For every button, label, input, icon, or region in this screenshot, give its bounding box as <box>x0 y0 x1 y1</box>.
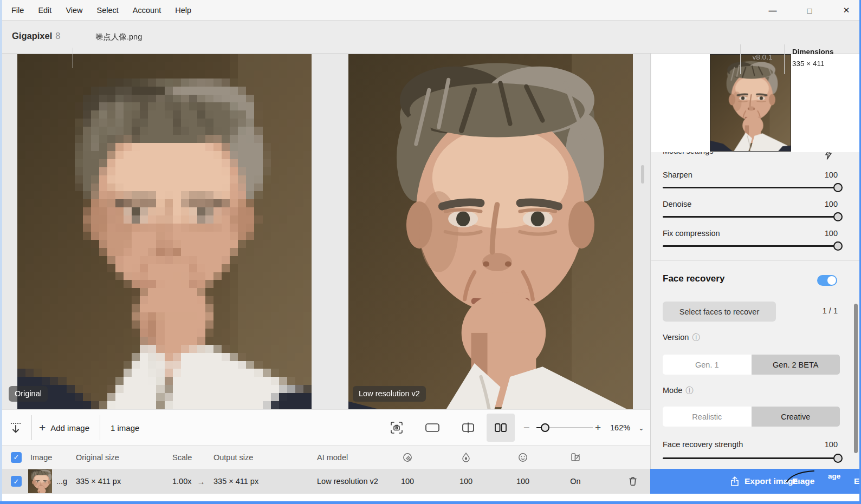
denoise-slider[interactable] <box>663 216 838 218</box>
app-logo: Gigapixel8 <box>12 31 60 41</box>
version-segmented-control: Gen. 1 Gen. 2 BETA <box>663 355 840 375</box>
window-controls: — □ ✕ <box>767 0 852 21</box>
color-adjust-column-icon <box>562 446 588 469</box>
processed-image-pane[interactable] <box>348 54 633 409</box>
header-ai-model: AI model <box>317 446 348 469</box>
divider <box>651 260 859 261</box>
app-version-text: v8.0.1 <box>743 53 781 61</box>
image-compare-area: Original Low resolution v2 <box>0 54 650 409</box>
version-gen2-option[interactable]: Gen. 2 BETA <box>752 355 840 375</box>
plus-icon: + <box>39 421 46 434</box>
zoom-slider-knob[interactable] <box>541 423 549 432</box>
zoom-out-button[interactable]: − <box>523 410 530 446</box>
snapshot-view-icon[interactable] <box>383 414 411 442</box>
face-strength-slider-knob[interactable] <box>833 454 843 463</box>
header-output-size: Output size <box>213 446 253 469</box>
settings-sidebar: Model settings Sharpen 100 Denoise 100 F… <box>650 54 859 469</box>
info-icon[interactable]: ⓘ <box>692 333 700 342</box>
row-original-size: 335 × 411 px <box>76 469 121 494</box>
row-checkbox[interactable]: ✓ <box>11 476 22 487</box>
image-list-header: ✓ Image Original size Scale Output size … <box>0 445 650 469</box>
image-list-row[interactable]: ✓ ...g 335 × 411 px 1.00x → 335 × 411 px… <box>0 469 650 494</box>
canvas-scrollbar[interactable] <box>641 165 644 184</box>
sharpen-slider[interactable] <box>663 187 838 188</box>
ghost-text: E <box>854 476 859 486</box>
mode-creative-option[interactable]: Creative <box>752 407 840 427</box>
delete-row-button[interactable] <box>622 469 644 494</box>
fix-compression-value: 100 <box>825 229 838 238</box>
face-recovery-column-icon <box>510 446 536 469</box>
divider <box>784 44 785 74</box>
close-button[interactable]: ✕ <box>840 5 852 15</box>
menu-file[interactable]: File <box>4 6 31 15</box>
sharpen-value: 100 <box>825 171 838 179</box>
mode-label-text: Mode <box>663 386 682 395</box>
menu-select[interactable]: Select <box>90 6 126 15</box>
row-filename: ...g <box>56 469 67 494</box>
navigator-thumbnail[interactable] <box>710 54 791 152</box>
app-name: Gigapixel <box>12 31 52 41</box>
header-original-size: Original size <box>76 446 119 469</box>
export-icon <box>730 476 739 487</box>
row-face-recovery-value[interactable]: 100 <box>510 469 536 494</box>
menu-view[interactable]: View <box>59 6 89 15</box>
ghost-text: age <box>828 472 840 480</box>
maximize-button[interactable]: □ <box>804 6 815 15</box>
row-thumbnail <box>28 469 52 493</box>
window-border-bottom <box>0 501 861 504</box>
bottom-toolbar: + Add image 1 image − + 162% ⌄ <box>0 409 650 445</box>
face-strength-slider[interactable] <box>663 457 838 459</box>
denoise-slider-knob[interactable] <box>833 212 843 221</box>
split-view-icon[interactable] <box>454 414 482 442</box>
export-bar: Export image Eıage age E <box>650 469 861 494</box>
mode-realistic-option[interactable]: Realistic <box>663 407 752 427</box>
original-badge: Original <box>9 386 48 402</box>
divider <box>100 415 100 440</box>
minimize-button[interactable]: — <box>767 6 779 15</box>
info-icon[interactable]: ⓘ <box>685 386 693 395</box>
row-output-size: 335 × 411 px <box>213 469 258 494</box>
divider <box>31 415 32 440</box>
gigapixel-window: File Edit View Select Account Help — □ ✕… <box>0 0 861 504</box>
face-recovery-toggle[interactable] <box>817 275 837 286</box>
add-image-label: Add image <box>50 423 89 433</box>
zoom-slider[interactable] <box>536 427 593 428</box>
single-view-icon[interactable] <box>418 414 446 442</box>
chevron-down-icon[interactable]: ⌄ <box>638 410 644 446</box>
sharpen-slider-knob[interactable] <box>833 183 843 192</box>
sidebar-scrollbar[interactable] <box>854 304 858 453</box>
add-image-button[interactable]: + Add image <box>39 410 89 446</box>
version-label: Versionⓘ <box>663 333 700 343</box>
row-denoise-value[interactable]: 100 <box>453 469 479 494</box>
image-count-label: 1 image <box>111 410 139 446</box>
header-scale: Scale <box>172 446 192 469</box>
row-ai-model[interactable]: Low resolution v2 <box>317 469 378 494</box>
menu-edit[interactable]: Edit <box>31 6 59 15</box>
version-gen1-option[interactable]: Gen. 1 <box>663 355 752 375</box>
original-image-pane[interactable] <box>17 54 312 409</box>
processed-badge: Low resolution v2 <box>353 386 426 402</box>
divider <box>73 48 73 68</box>
face-strength-label: Face recovery strength <box>663 440 743 449</box>
row-sharpen-value[interactable]: 100 <box>394 469 420 494</box>
select-all-checkbox[interactable]: ✓ <box>11 452 22 463</box>
mode-label: Modeⓘ <box>663 386 693 396</box>
file-tab[interactable]: 噪点人像.png <box>95 32 142 42</box>
side-by-side-view-icon[interactable] <box>487 414 515 442</box>
dimensions-label: Dimensions <box>792 46 834 58</box>
scale-value[interactable]: 1.00x <box>172 477 191 486</box>
zoom-percentage[interactable]: 162% <box>610 410 630 446</box>
menu-bar: File Edit View Select Account Help — □ ✕ <box>0 0 861 21</box>
fix-compression-slider-knob[interactable] <box>833 241 843 251</box>
menu-help[interactable]: Help <box>168 6 198 15</box>
select-faces-button[interactable]: Select faces to recover <box>663 302 776 322</box>
header-image: Image <box>30 446 52 469</box>
dimensions-readout: Dimensions 335 × 411 <box>792 46 834 70</box>
zoom-in-button[interactable]: + <box>595 410 601 446</box>
menu-account[interactable]: Account <box>126 6 168 15</box>
app-version-badge: 8 <box>55 31 60 41</box>
row-color-adjust-value[interactable]: On <box>562 469 588 494</box>
face-recovery-header: Face recovery <box>663 273 724 284</box>
download-queue-icon[interactable] <box>9 410 23 446</box>
fix-compression-slider[interactable] <box>663 245 838 247</box>
